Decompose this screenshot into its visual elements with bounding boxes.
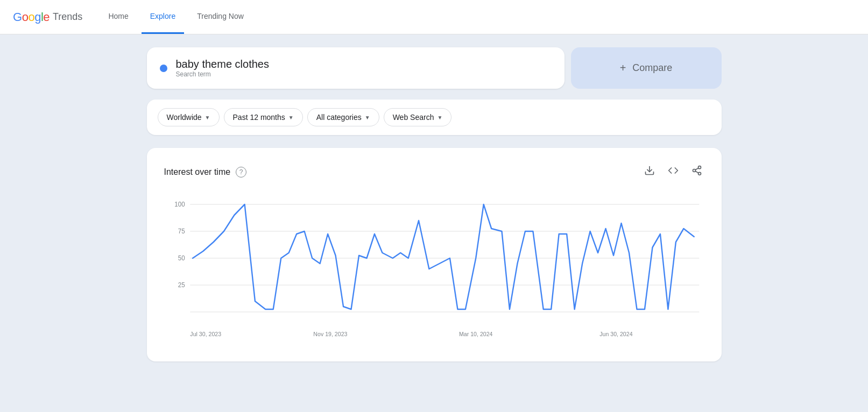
search-dot-indicator (160, 65, 167, 72)
nav-explore[interactable]: Explore (142, 0, 184, 34)
main-content: baby theme clothes Search term + Compare… (138, 34, 730, 374)
share-button[interactable] (689, 163, 704, 181)
chart-container: 100 75 50 25 Jul 30, 2023 Nov 19, 2023 M… (164, 194, 704, 346)
chart-section: Interest over time ? (147, 148, 722, 361)
chevron-down-icon: ▼ (365, 115, 370, 120)
embed-button[interactable] (666, 163, 681, 181)
search-type-label: Search term (176, 70, 269, 78)
svg-line-4 (695, 171, 698, 173)
filter-category[interactable]: All categories ▼ (307, 108, 379, 126)
google-logo: Google (13, 10, 50, 24)
nav-home[interactable]: Home (100, 0, 137, 34)
download-button[interactable] (642, 163, 657, 181)
compare-plus-icon: + (620, 62, 626, 74)
main-nav: Home Explore Trending Now (100, 0, 252, 34)
filter-search-type[interactable]: Web Search ▼ (384, 108, 452, 126)
filter-row: Worldwide ▼ Past 12 months ▼ All categor… (147, 100, 722, 135)
search-term-text: baby theme clothes (176, 58, 269, 70)
svg-text:50: 50 (178, 254, 185, 261)
compare-box[interactable]: + Compare (571, 47, 722, 89)
compare-label: Compare (632, 62, 672, 74)
search-section: baby theme clothes Search term + Compare (147, 47, 722, 89)
svg-line-5 (695, 168, 698, 169)
chevron-down-icon: ▼ (205, 115, 210, 120)
filter-period[interactable]: Past 12 months ▼ (224, 108, 303, 126)
svg-text:Mar 10, 2024: Mar 10, 2024 (458, 331, 492, 337)
help-icon[interactable]: ? (236, 167, 246, 177)
search-term-info: baby theme clothes Search term (176, 58, 269, 78)
svg-text:75: 75 (178, 228, 185, 235)
svg-text:25: 25 (178, 281, 185, 288)
filter-location[interactable]: Worldwide ▼ (158, 108, 220, 126)
svg-text:100: 100 (174, 201, 185, 208)
chart-title: Interest over time (164, 167, 231, 177)
interest-chart: 100 75 50 25 Jul 30, 2023 Nov 19, 2023 M… (164, 194, 704, 344)
svg-text:Nov 19, 2023: Nov 19, 2023 (313, 331, 347, 337)
trends-label: Trends (53, 11, 82, 23)
chart-actions (642, 163, 704, 181)
logo-area: Google Trends (13, 10, 82, 24)
chart-title-area: Interest over time ? (164, 167, 247, 177)
chevron-down-icon: ▼ (288, 115, 294, 120)
search-box[interactable]: baby theme clothes Search term (147, 47, 564, 89)
header: Google Trends Home Explore Trending Now (0, 0, 868, 34)
chevron-down-icon: ▼ (437, 115, 442, 120)
chart-header: Interest over time ? (164, 163, 704, 181)
svg-text:Jul 30, 2023: Jul 30, 2023 (190, 331, 221, 337)
nav-trending-now[interactable]: Trending Now (188, 0, 252, 34)
svg-text:Jun 30, 2024: Jun 30, 2024 (599, 331, 632, 337)
